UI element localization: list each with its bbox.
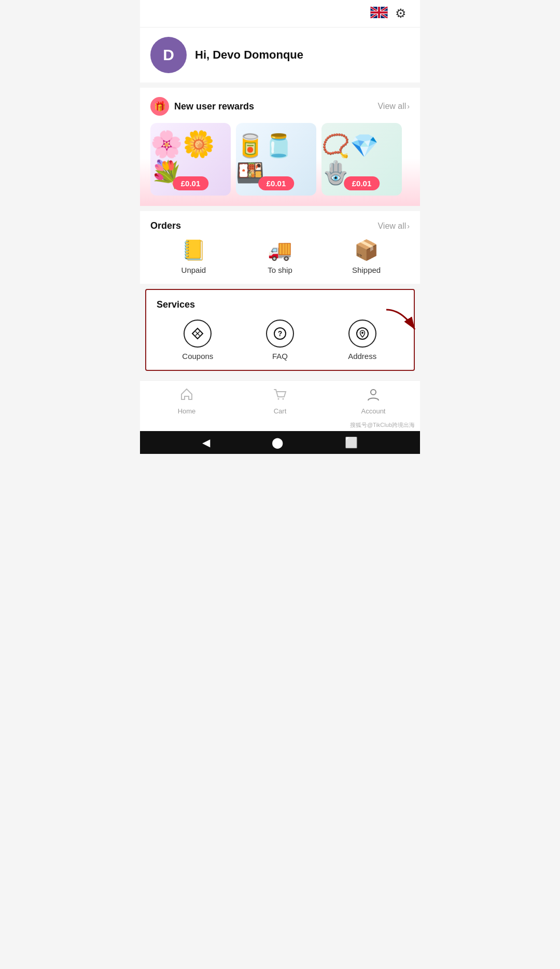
coupons-icon [184,320,212,348]
svg-point-10 [371,390,376,395]
product-card-1[interactable]: 🌸🌼💐 £0.01 [150,123,231,196]
header: ⚙ [140,0,420,27]
cart-nav-label: Cart [274,407,287,415]
home-button[interactable]: ⬤ [272,436,283,449]
products-scroll: 🌸🌼💐 £0.01 🥫🫙🍱 £0.01 📿💎🪬 £0.01 [150,123,410,196]
rewards-title: 🎁 New user rewards [150,97,254,116]
chevron-right-icon: › [407,102,410,110]
unpaid-label: Unpaid [181,266,206,274]
orders-section: Orders View all › 📒 Unpaid 🚚 To ship 📦 S… [140,211,420,284]
address-label: Address [348,352,376,361]
nav-item-home[interactable]: Home [166,387,207,415]
rewards-header: 🎁 New user rewards View all › [150,97,410,116]
product-card-3[interactable]: 📿💎🪬 £0.01 [321,123,402,196]
avatar: D [150,37,187,73]
orders-view-all[interactable]: View all › [377,222,410,231]
price-badge-3: £0.01 [344,176,380,190]
account-nav-label: Account [361,407,386,415]
rewards-view-all[interactable]: View all › [377,102,410,111]
home-icon [179,387,194,405]
service-item-address[interactable]: Address [342,320,383,361]
rewards-section: 🎁 New user rewards View all › 🌸🌼💐 £0.01 … [140,88,420,206]
shipped-icon: 📦 [354,239,379,261]
price-badge-1: £0.01 [173,176,209,190]
product-card-2[interactable]: 🥫🫙🍱 £0.01 [236,123,316,196]
greeting-text: Hi, Devo Domonque [195,48,303,62]
svg-point-9 [283,398,284,400]
nav-item-account[interactable]: Account [353,387,394,415]
to-ship-label: To ship [268,266,292,274]
cart-icon [273,387,287,405]
coupons-label: Coupons [182,352,213,361]
bottom-nav: Home Cart Account [140,380,420,419]
profile-section: D Hi, Devo Domonque [140,27,420,82]
orders-header: Orders View all › [150,220,410,231]
services-section: Services Coupons ? [145,289,415,371]
orders-chevron-icon: › [407,222,410,230]
nav-item-cart[interactable]: Cart [259,387,301,415]
svg-point-8 [278,398,279,400]
order-item-to-ship[interactable]: 🚚 To ship [259,239,301,274]
settings-icon[interactable]: ⚙ [395,6,410,21]
faq-label: FAQ [272,352,288,361]
to-ship-icon: 🚚 [268,239,292,261]
recents-button[interactable]: ⬜ [345,436,358,449]
account-icon [366,387,381,405]
services-title: Services [157,299,403,310]
watermark: 搜狐号@TikClub跨境出海 [140,419,420,431]
android-nav-bar: ◀ ⬤ ⬜ [140,431,420,454]
orders-icons: 📒 Unpaid 🚚 To ship 📦 Shipped [150,239,410,274]
uk-flag-icon [370,7,388,20]
svg-point-6 [361,332,363,334]
orders-title: Orders [150,220,181,231]
order-item-unpaid[interactable]: 📒 Unpaid [173,239,214,274]
reward-icon: 🎁 [150,97,169,116]
price-badge-2: £0.01 [258,176,295,190]
back-button[interactable]: ◀ [202,436,210,449]
service-item-coupons[interactable]: Coupons [177,320,218,361]
unpaid-icon: 📒 [181,239,206,261]
order-item-shipped[interactable]: 📦 Shipped [346,239,387,274]
shipped-label: Shipped [352,266,381,274]
address-icon [348,320,376,348]
faq-icon: ? [266,320,294,348]
home-nav-label: Home [178,407,196,415]
svg-text:?: ? [278,329,283,338]
services-icons: Coupons ? FAQ [157,320,403,361]
services-outer: Services Coupons ? [140,289,420,371]
service-item-faq[interactable]: ? FAQ [259,320,301,361]
